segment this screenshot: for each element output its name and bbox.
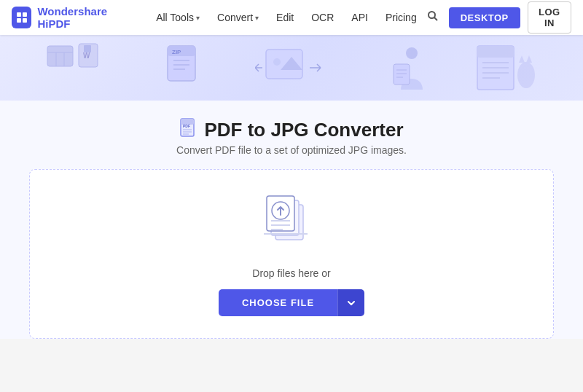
nav-item-ocr[interactable]: OCR xyxy=(304,7,341,28)
svg-rect-28 xyxy=(477,46,514,58)
chevron-down-icon: ▾ xyxy=(196,14,200,22)
svg-point-33 xyxy=(517,62,535,88)
main-nav: All Tools ▾ Convert ▾ Edit OCR API Prici… xyxy=(149,7,424,28)
svg-rect-6 xyxy=(47,46,73,66)
logo-text: Wondershare HiPDF xyxy=(37,5,134,30)
svg-text:W: W xyxy=(83,52,90,60)
svg-rect-2 xyxy=(17,18,21,23)
page-title: PDF PDF to JPG Converter xyxy=(15,118,568,141)
svg-marker-35 xyxy=(526,55,532,63)
nav-item-convert[interactable]: Convert ▾ xyxy=(210,7,266,28)
logo-icon xyxy=(12,7,31,28)
header: Wondershare HiPDF All Tools ▾ Convert ▾ … xyxy=(0,0,583,35)
page-title-area: PDF PDF to JPG Converter Convert PDF fil… xyxy=(15,118,568,156)
nav-item-api[interactable]: API xyxy=(344,7,375,28)
svg-rect-3 xyxy=(23,18,27,23)
choose-file-button-group: CHOOSE FILE xyxy=(219,289,364,316)
search-button[interactable] xyxy=(424,7,442,28)
svg-rect-0 xyxy=(17,12,21,17)
drop-files-text: Drop files here or xyxy=(252,267,330,279)
svg-text:PDF: PDF xyxy=(183,124,190,128)
svg-rect-23 xyxy=(394,64,410,85)
upload-dropzone[interactable]: Drop files here or CHOOSE FILE xyxy=(29,169,554,339)
page-subtitle: Convert PDF file to a set of optimized J… xyxy=(15,144,568,156)
nav-item-alltools[interactable]: All Tools ▾ xyxy=(149,7,207,28)
nav-item-pricing[interactable]: Pricing xyxy=(378,7,424,28)
svg-line-5 xyxy=(434,17,437,20)
pdf-icon: PDF xyxy=(179,118,198,141)
header-right: DESKTOP LOG IN xyxy=(424,1,571,34)
choose-file-button[interactable]: CHOOSE FILE xyxy=(219,289,337,316)
chevron-down-icon xyxy=(347,299,356,307)
svg-marker-34 xyxy=(519,55,525,63)
hero-banner: W ZIP xyxy=(0,35,583,101)
nav-item-edit[interactable]: Edit xyxy=(269,7,301,28)
main-content: PDF PDF to JPG Converter Convert PDF fil… xyxy=(0,101,583,339)
svg-rect-12 xyxy=(84,45,91,52)
svg-point-21 xyxy=(273,58,281,66)
choose-file-dropdown-button[interactable] xyxy=(337,289,364,316)
login-button[interactable]: LOG IN xyxy=(528,1,571,34)
svg-text:ZIP: ZIP xyxy=(172,49,181,55)
chevron-down-icon: ▾ xyxy=(255,14,259,22)
banner-illustration: W ZIP xyxy=(0,35,583,101)
upload-illustration xyxy=(255,192,328,253)
logo-area[interactable]: Wondershare HiPDF xyxy=(12,5,134,30)
desktop-button[interactable]: DESKTOP xyxy=(449,7,520,28)
svg-rect-1 xyxy=(23,12,27,17)
svg-point-22 xyxy=(406,47,418,59)
svg-point-4 xyxy=(429,12,435,18)
